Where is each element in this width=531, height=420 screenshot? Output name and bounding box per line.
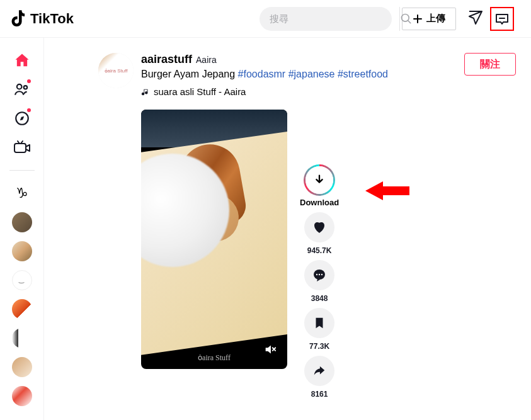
video-player[interactable]: ȯaira Stuff <box>141 110 287 369</box>
main-content: ȯaira Stuff aairastuff Aaira Burger Ayam… <box>44 38 531 420</box>
annotation-arrow <box>365 178 409 203</box>
download-arrow-icon <box>312 173 326 187</box>
sidebar-separator <box>9 170 35 171</box>
caption-text: Burger Ayam Jepang <box>141 69 235 79</box>
paper-plane-icon <box>467 9 484 26</box>
author-displayname[interactable]: Aaira <box>196 55 217 65</box>
brand-text: TikTok <box>30 11 74 27</box>
home-icon <box>13 52 31 69</box>
suggested-account-2[interactable] <box>12 241 32 261</box>
header-bar: TikTok 上傳 <box>0 0 531 38</box>
comment-action: 3848 <box>300 260 339 303</box>
suggested-account-5[interactable] <box>12 328 32 348</box>
inbox-icon <box>494 11 510 26</box>
download-action: Download <box>300 166 339 207</box>
share-action: 8161 <box>300 356 339 399</box>
music-label: suara asli Stuff - Aaira <box>154 86 246 97</box>
svg-rect-6 <box>14 144 26 152</box>
action-bar: Download 945.7K 3848 <box>300 110 339 399</box>
bookmark-icon <box>312 316 326 330</box>
nav-following[interactable] <box>12 79 32 99</box>
save-action: 77.3K <box>300 308 339 351</box>
share-button[interactable] <box>304 356 334 386</box>
like-action: 945.7K <box>300 212 339 255</box>
download-button[interactable] <box>305 166 333 194</box>
hashtag-link[interactable]: #japanese <box>288 69 335 79</box>
upload-label: 上傳 <box>426 13 445 25</box>
save-button[interactable] <box>304 308 334 338</box>
comment-button[interactable] <box>304 260 334 290</box>
music-link[interactable]: suara asli Stuff - Aaira <box>141 86 457 97</box>
search-icon <box>400 13 413 25</box>
tiktok-note-icon <box>10 9 28 29</box>
comment-count: 3848 <box>311 294 328 303</box>
nav-home[interactable] <box>12 50 32 71</box>
author-username[interactable]: aairastuff <box>141 53 192 66</box>
svg-point-3 <box>16 84 21 89</box>
follow-button[interactable]: 關注 <box>464 53 516 76</box>
video-thumbnail <box>141 110 287 369</box>
compass-icon <box>14 110 30 127</box>
capricorn-icon[interactable]: ♑︎ <box>12 183 32 203</box>
hashtag-link[interactable]: #foodasmr <box>238 69 286 79</box>
suggested-account-4[interactable] <box>12 299 32 319</box>
svg-point-4 <box>23 86 26 89</box>
hashtag-link[interactable]: #streetfood <box>338 69 388 79</box>
heart-icon <box>312 220 327 235</box>
inbox-button[interactable] <box>490 7 514 31</box>
svg-point-10 <box>321 274 323 275</box>
like-count: 945.7K <box>307 246 332 255</box>
nav-explore[interactable] <box>12 108 32 128</box>
svg-point-9 <box>319 274 320 275</box>
sidebar: ♑︎ <box>0 38 44 420</box>
tiktok-logo[interactable]: TikTok <box>10 9 74 29</box>
suggested-account-6[interactable] <box>12 357 32 377</box>
svg-point-8 <box>316 274 317 275</box>
suggested-account-3[interactable] <box>12 270 32 290</box>
nav-live[interactable] <box>12 137 32 157</box>
messages-button[interactable] <box>467 9 484 28</box>
people-icon <box>14 81 30 98</box>
video-caption: Burger Ayam Jepang #foodasmr #japanese #… <box>141 67 457 81</box>
download-label: Download <box>300 198 339 207</box>
plus-icon <box>413 14 423 24</box>
volume-mute-icon <box>263 343 277 356</box>
author-avatar[interactable]: ȯaira Stuff <box>98 53 134 88</box>
search-container <box>260 7 392 31</box>
mute-button[interactable] <box>263 343 277 359</box>
share-icon <box>312 364 326 378</box>
share-count: 8161 <box>311 390 328 399</box>
svg-line-1 <box>408 20 410 23</box>
search-input[interactable] <box>260 13 399 24</box>
save-count: 77.3K <box>309 342 329 351</box>
suggested-account-7[interactable] <box>12 386 32 406</box>
live-icon <box>13 139 31 156</box>
suggested-account-1[interactable] <box>12 212 32 232</box>
comment-icon <box>312 268 327 283</box>
like-button[interactable] <box>304 212 334 242</box>
music-note-icon <box>141 88 150 96</box>
